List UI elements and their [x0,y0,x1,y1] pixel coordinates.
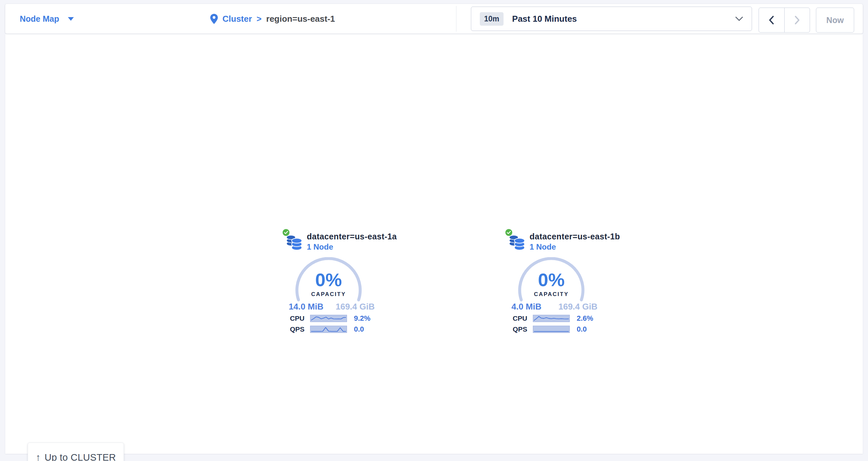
qps-sparkline [533,326,570,333]
qps-label: QPS [505,325,527,333]
datacenter-title: datacenter=us-east-1a [307,232,397,241]
capacity-percent: 0% [518,271,584,289]
cpu-sparkline [533,315,570,322]
healthy-check-icon [282,229,290,236]
qps-value: 0.0 [577,325,587,333]
capacity-label: CAPACITY [518,291,584,298]
capacity-total-value: 169.4 GiB [336,302,375,312]
location-pin-icon [210,14,218,24]
time-now-button[interactable]: Now [816,7,854,33]
capacity-used-value: 4.0 MiB [512,302,541,312]
capacity-total-value: 169.4 GiB [558,302,597,312]
view-mode-dropdown[interactable]: Node Map [20,4,74,34]
node-count-link[interactable]: 1 Node [307,242,333,252]
header-divider [456,6,457,32]
cpu-label: CPU [505,315,527,322]
time-prev-button[interactable] [759,8,785,32]
time-range-dropdown[interactable]: 10m Past 10 Minutes [471,7,752,31]
cpu-label: CPU [282,315,305,322]
node-map-screen: Node Map Cluster > region=us-east-1 10m … [0,0,868,461]
database-stack-icon [509,234,525,252]
breadcrumb: Cluster > region=us-east-1 [210,4,335,34]
cpu-sparkline [310,315,347,322]
node-map-canvas: datacenter=us-east-1a 1 Node 0% CAPACITY… [5,34,863,454]
qps-value: 0.0 [354,325,364,333]
top-toolbar: Node Map Cluster > region=us-east-1 10m … [5,4,863,34]
chevron-left-icon [768,15,775,25]
datacenter-title: datacenter=us-east-1b [530,232,620,241]
time-step-buttons [758,7,810,33]
cpu-metric-row: CPU 9.2% [282,315,381,322]
database-stack-icon [286,234,303,252]
view-mode-label: Node Map [20,14,59,24]
caret-down-icon [67,17,74,21]
breadcrumb-separator: > [257,14,262,24]
cpu-value: 2.6% [577,315,593,322]
arrow-up-icon: ↑ [36,453,40,461]
capacity-label: CAPACITY [296,291,362,298]
breadcrumb-cluster-link[interactable]: Cluster [222,14,252,24]
breadcrumb-current: region=us-east-1 [266,14,335,24]
chevron-down-icon [735,17,743,21]
qps-metric-row: QPS 0.0 [282,325,381,333]
cpu-value: 9.2% [354,315,370,322]
qps-label: QPS [282,325,305,333]
qps-metric-row: QPS 0.0 [505,325,604,333]
time-range-label: Past 10 Minutes [512,14,577,24]
up-to-cluster-label: Up to CLUSTER [44,452,116,461]
up-to-cluster-button[interactable]: ↑ Up to CLUSTER [28,442,124,461]
cpu-metric-row: CPU 2.6% [505,315,604,322]
capacity-used-value: 14.0 MiB [289,302,323,312]
healthy-check-icon [505,229,513,236]
capacity-percent: 0% [296,271,362,289]
datacenter-card-us-east-1b[interactable]: datacenter=us-east-1b 1 Node 0% CAPACITY… [505,226,604,341]
node-count-link[interactable]: 1 Node [530,242,556,252]
time-range-badge: 10m [480,12,503,26]
time-next-button[interactable] [785,8,810,32]
qps-sparkline [310,326,347,333]
datacenter-card-us-east-1a[interactable]: datacenter=us-east-1a 1 Node 0% CAPACITY… [282,226,381,341]
chevron-right-icon [794,15,801,25]
